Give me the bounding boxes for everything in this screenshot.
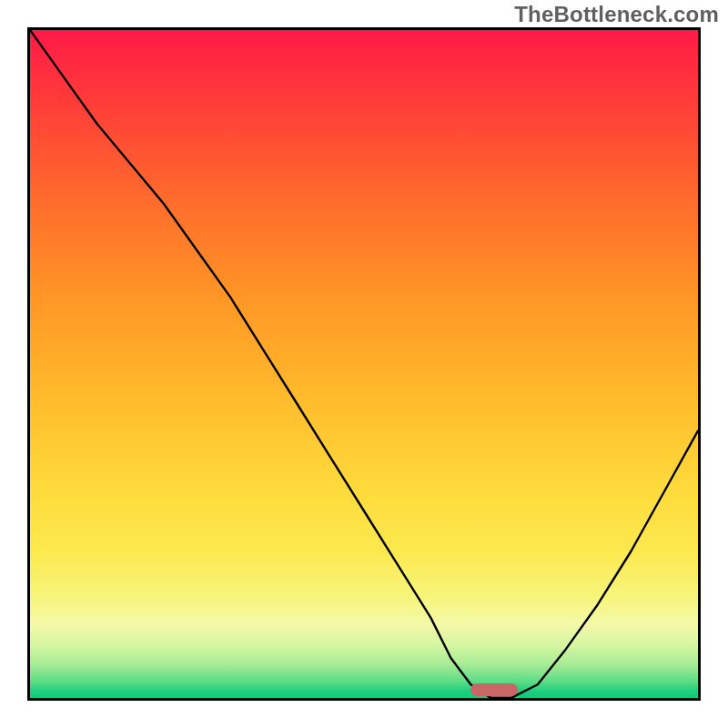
optimal-range-marker — [470, 683, 517, 696]
bottleneck-curve — [30, 30, 698, 698]
chart-frame: TheBottleneck.com — [0, 0, 728, 728]
curve-layer — [30, 30, 698, 698]
plot-area — [27, 27, 701, 701]
watermark-label: TheBottleneck.com — [514, 2, 719, 27]
